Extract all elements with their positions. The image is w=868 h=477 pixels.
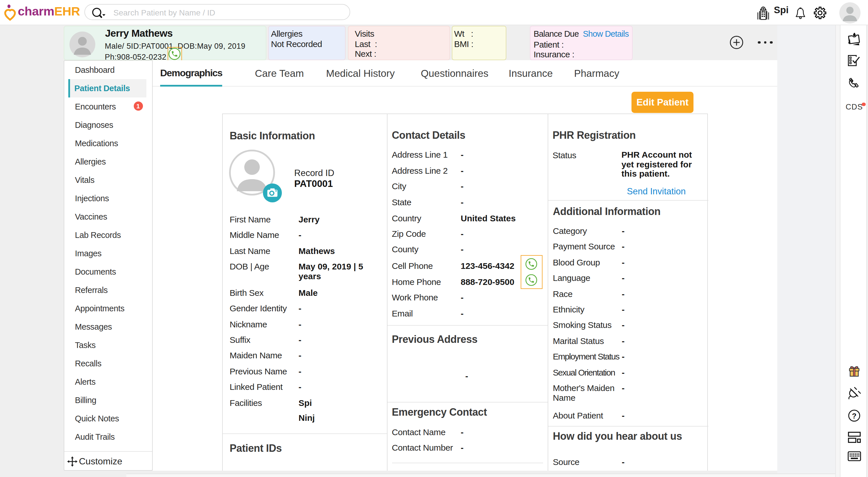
svg-text:?: ? [852,411,857,420]
